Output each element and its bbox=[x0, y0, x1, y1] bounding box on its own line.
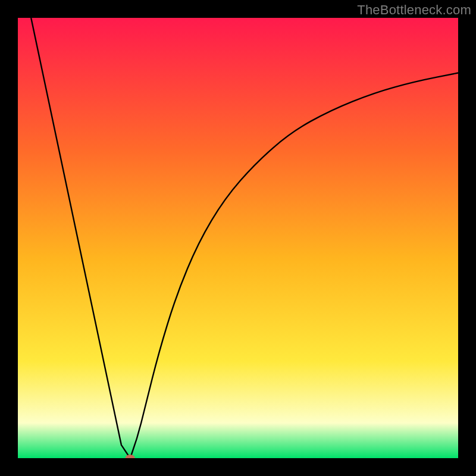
plot-area bbox=[18, 18, 458, 458]
watermark-text: TheBottleneck.com bbox=[357, 2, 471, 18]
gradient-background bbox=[18, 18, 458, 458]
chart-svg bbox=[18, 18, 458, 458]
chart-frame: TheBottleneck.com bbox=[0, 0, 476, 476]
